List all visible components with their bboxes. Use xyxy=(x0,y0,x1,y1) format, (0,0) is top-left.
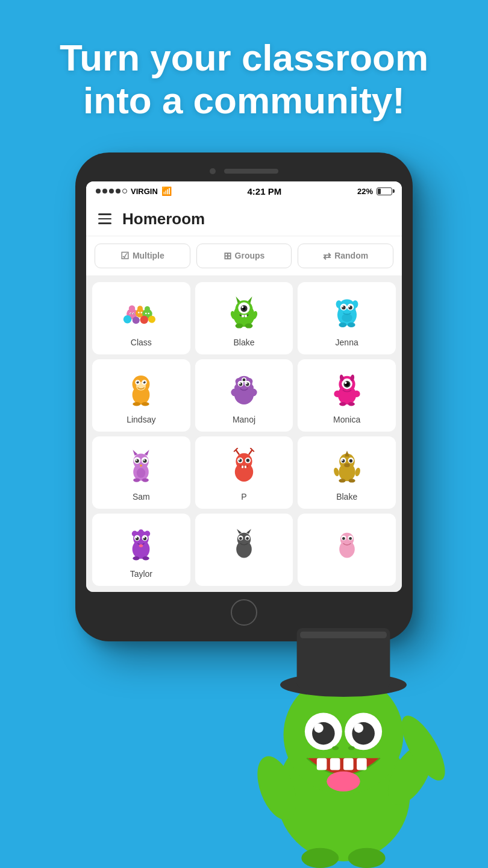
home-button[interactable] xyxy=(231,599,257,626)
svg-point-163 xyxy=(345,712,382,750)
svg-point-145 xyxy=(246,537,249,540)
svg-line-102 xyxy=(236,448,237,450)
grid-item-jenna[interactable]: Jenna xyxy=(298,282,396,354)
carrier-label: VIRGIN xyxy=(131,187,158,196)
multiple-label: Multiple xyxy=(133,251,164,260)
grid-item-monica[interactable]: Monica xyxy=(298,359,396,432)
svg-point-139 xyxy=(143,556,149,560)
grid-label-jenna: Jenna xyxy=(336,338,358,347)
mascot-svg xyxy=(229,615,458,868)
monster-class xyxy=(120,291,162,333)
svg-point-135 xyxy=(136,536,137,538)
monster-svg-monica xyxy=(329,371,365,407)
battery-fill xyxy=(378,189,381,194)
groups-button[interactable]: ⊞ Groups xyxy=(196,244,292,268)
svg-point-125 xyxy=(348,479,355,482)
grid-item-p[interactable]: P xyxy=(195,436,293,509)
svg-point-29 xyxy=(245,323,253,328)
svg-line-105 xyxy=(250,448,252,450)
svg-point-156 xyxy=(379,738,441,812)
grid-label-monica: Monica xyxy=(333,415,360,424)
status-left: VIRGIN 📶 xyxy=(96,186,172,196)
monster-svg-class xyxy=(123,294,159,330)
svg-point-52 xyxy=(137,381,138,382)
svg-point-17 xyxy=(148,312,150,314)
grid-item-lindsay[interactable]: Lindsay xyxy=(92,359,190,432)
monster-svg-extra2 xyxy=(329,525,365,561)
monster-svg-jenna xyxy=(329,294,365,330)
grid-item-extra1[interactable] xyxy=(195,514,293,586)
groups-label: Groups xyxy=(235,251,265,260)
svg-rect-27 xyxy=(245,315,247,317)
svg-point-92 xyxy=(136,459,137,461)
grid-item-blake2[interactable]: Blake xyxy=(298,436,396,509)
hero-text-container: Turn your classroom into a community! xyxy=(0,0,488,140)
svg-point-42 xyxy=(342,313,352,321)
svg-point-129 xyxy=(139,529,143,534)
svg-point-71 xyxy=(243,378,246,381)
grid-label-blake1: Blake xyxy=(233,338,254,347)
svg-point-172 xyxy=(327,772,360,791)
monster-extra2 xyxy=(326,522,368,564)
svg-point-82 xyxy=(339,402,346,406)
speaker-grille xyxy=(224,169,278,174)
svg-point-176 xyxy=(348,848,386,868)
grid-label-manoj: Manoj xyxy=(233,415,255,424)
grid-item-extra2[interactable] xyxy=(298,514,396,586)
svg-point-159 xyxy=(280,673,407,697)
svg-point-44 xyxy=(347,322,355,327)
svg-point-124 xyxy=(339,479,345,482)
monster-monica xyxy=(326,368,368,410)
svg-point-162 xyxy=(305,712,342,750)
grid-label-class: Class xyxy=(131,338,152,347)
svg-point-167 xyxy=(354,723,363,732)
svg-point-121 xyxy=(344,463,350,467)
svg-marker-147 xyxy=(246,529,251,533)
svg-point-55 xyxy=(142,402,149,406)
hamburger-menu-button[interactable] xyxy=(98,213,111,224)
monster-blake1 xyxy=(223,291,265,333)
hamburger-line-3 xyxy=(98,222,111,224)
grid-item-class[interactable]: Class xyxy=(92,282,190,354)
svg-point-144 xyxy=(239,537,242,540)
wifi-icon: 📶 xyxy=(161,186,172,196)
grid-label-taylor: Taylor xyxy=(130,569,152,579)
svg-point-69 xyxy=(246,383,247,384)
svg-point-175 xyxy=(301,848,339,868)
front-camera xyxy=(210,168,216,174)
monster-p xyxy=(223,445,265,487)
monster-svg-sam xyxy=(123,448,159,484)
status-bar: VIRGIN 📶 4:21 PM 22% xyxy=(86,181,402,201)
svg-point-1 xyxy=(129,305,136,312)
monster-svg-manoj xyxy=(226,371,262,407)
grid-item-sam[interactable]: Sam xyxy=(92,436,190,509)
grid-label-sam: Sam xyxy=(133,492,150,502)
svg-point-95 xyxy=(137,468,145,477)
svg-point-93 xyxy=(143,459,145,461)
svg-line-103 xyxy=(249,450,252,454)
svg-line-104 xyxy=(252,450,254,451)
svg-rect-111 xyxy=(242,465,243,468)
svg-point-119 xyxy=(349,459,352,462)
svg-rect-171 xyxy=(357,758,367,770)
svg-point-136 xyxy=(143,536,145,538)
svg-point-137 xyxy=(139,544,143,547)
svg-point-120 xyxy=(342,459,343,461)
svg-point-173 xyxy=(332,746,339,750)
svg-point-53 xyxy=(143,381,145,382)
monster-svg-blake1 xyxy=(226,294,262,330)
svg-point-41 xyxy=(348,306,349,307)
monster-svg-p xyxy=(226,448,262,484)
grid-label-blake2: Blake xyxy=(336,492,357,502)
groups-icon: ⊞ xyxy=(224,250,231,262)
svg-point-97 xyxy=(142,478,149,482)
grid-item-blake1[interactable]: Blake xyxy=(195,282,293,354)
svg-point-12 xyxy=(131,313,132,314)
grid-item-manoj[interactable]: Manoj xyxy=(195,359,293,432)
multiple-button[interactable]: ☑ Multiple xyxy=(95,244,190,268)
random-button[interactable]: ⇄ Random xyxy=(298,244,393,268)
grid-item-taylor[interactable]: Taylor xyxy=(92,514,190,586)
svg-point-138 xyxy=(133,556,140,560)
svg-point-9 xyxy=(148,315,155,322)
svg-point-83 xyxy=(348,402,354,406)
